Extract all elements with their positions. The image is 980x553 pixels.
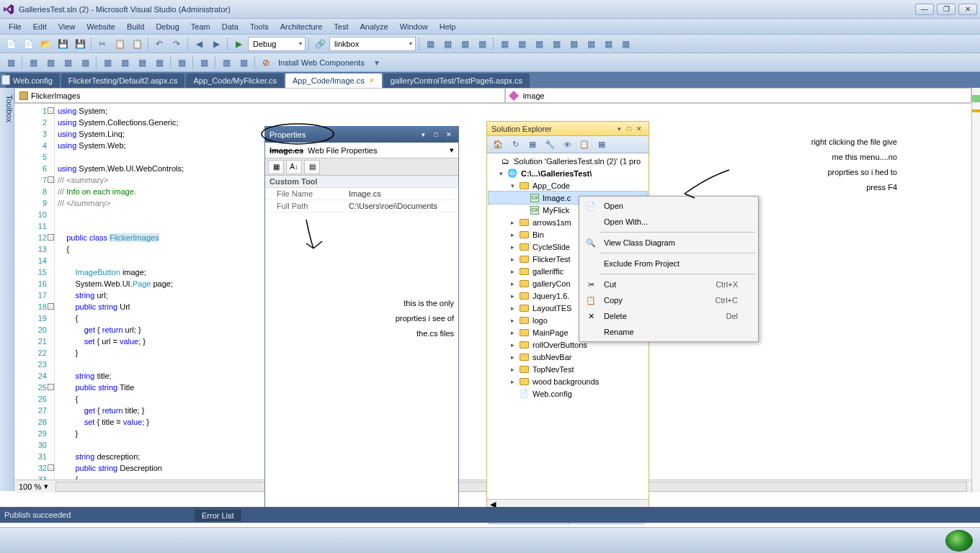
context-menu-item[interactable]: ✕DeleteDel <box>581 308 757 324</box>
solution-configurations-dropdown[interactable]: Debug <box>248 37 306 51</box>
window-button3[interactable]: ▦ <box>531 36 547 52</box>
menu-architecture[interactable]: Architecture <box>275 21 329 32</box>
menu-analyze[interactable]: Analyze <box>355 21 394 32</box>
document-tab[interactable]: App_Code/MyFlicker.cs <box>186 73 284 88</box>
comment-button[interactable]: ▦ <box>422 36 438 52</box>
alphabetical-button[interactable]: A↓ <box>286 160 302 174</box>
properties-object-selector[interactable]: Image.cs Web File Properties ▾ <box>265 143 458 158</box>
properties-title-bar[interactable]: Properties ▾ □ ✕ <box>265 127 458 143</box>
menu-website[interactable]: Website <box>81 21 121 32</box>
menu-view[interactable]: View <box>53 21 81 32</box>
se-close-icon[interactable]: ✕ <box>634 124 644 134</box>
start-debug-button[interactable]: ▶ <box>231 36 246 52</box>
save-all-button[interactable]: 💾 <box>72 36 88 52</box>
expand-icon[interactable]: ▸ <box>509 219 517 226</box>
property-pages-button[interactable]: ▤ <box>304 160 320 174</box>
document-tab[interactable]: FlickerTesting/Default2.aspx.cs <box>61 73 185 88</box>
minimize-button[interactable]: — <box>915 4 934 15</box>
fold-toggle[interactable]: - <box>48 234 54 240</box>
expand-icon[interactable]: ▸ <box>509 366 517 373</box>
menu-data[interactable]: Data <box>216 21 244 32</box>
tool2-j[interactable]: ▦ <box>174 55 190 71</box>
expand-icon[interactable]: ▸ <box>509 280 517 287</box>
new-project-button[interactable]: 📄 <box>3 36 19 52</box>
undo-button[interactable]: ↶ <box>151 36 167 52</box>
window-button2[interactable]: ▦ <box>514 36 530 52</box>
expand-icon[interactable]: ▸ <box>509 305 517 312</box>
tool2-i[interactable]: ▦ <box>151 55 167 71</box>
se-nest-button[interactable]: ▦ <box>594 138 610 152</box>
tree-node[interactable]: ▸subNevBar <box>489 351 647 363</box>
uncomment-button[interactable]: ▦ <box>440 36 455 52</box>
categorized-button[interactable]: ▦ <box>268 160 284 174</box>
tool2-e[interactable]: ▦ <box>77 55 93 71</box>
fold-toggle[interactable]: - <box>48 464 54 471</box>
solution-root-node[interactable]: 🗂 Solution 'GalleriesTest.sln (2)' (1 pr… <box>489 155 647 167</box>
zoom-level[interactable]: 100 % <box>19 482 41 491</box>
expand-icon[interactable]: ▸ <box>509 378 517 385</box>
menu-debug[interactable]: Debug <box>150 21 184 32</box>
fold-toggle[interactable]: - <box>48 384 54 390</box>
tool2-a[interactable]: ▦ <box>3 55 19 71</box>
document-tab[interactable]: galleryControlTest/TestPage6.aspx.cs <box>383 73 530 88</box>
tab-pin-icon[interactable] <box>1 75 10 85</box>
maximize-button[interactable]: ❐ <box>937 4 956 15</box>
copy-button[interactable]: 📋 <box>112 36 128 52</box>
tree-node[interactable]: ▸TopNevTest <box>489 363 647 375</box>
menu-build[interactable]: Build <box>121 21 150 32</box>
tool2-d[interactable]: ▦ <box>60 55 76 71</box>
expand-icon[interactable]: ▸ <box>509 292 517 300</box>
add-item-button[interactable]: 📄 <box>20 36 36 52</box>
panel-close-icon[interactable]: ✕ <box>444 130 454 140</box>
tool2-l[interactable]: ▦ <box>218 55 234 71</box>
se-copy-button[interactable]: 📋 <box>576 138 592 152</box>
start-orb-icon[interactable] <box>945 530 973 552</box>
menu-test[interactable]: Test <box>328 21 354 32</box>
tree-node[interactable]: ▾App_Code <box>489 179 647 192</box>
context-menu-item[interactable]: ✂CutCtrl+X <box>581 276 757 292</box>
expand-icon[interactable]: ▸ <box>509 341 517 349</box>
se-refresh-button[interactable]: ↻ <box>507 138 523 152</box>
find-button[interactable]: 🔗 <box>312 36 328 52</box>
nav-back-button[interactable]: ◀ <box>191 36 207 52</box>
expand-icon[interactable]: ▸ <box>509 231 517 238</box>
tree-node[interactable]: ▸wood backgrounds <box>489 375 647 387</box>
stop-icon[interactable]: ⊘ <box>258 55 274 71</box>
se-pin-icon[interactable]: □ <box>624 124 634 134</box>
menu-window[interactable]: Window <box>394 21 434 32</box>
type-navigator-dropdown[interactable]: FlickerImages <box>14 88 505 103</box>
menu-file[interactable]: File <box>3 21 27 32</box>
install-web-components-button[interactable]: Install Web Components <box>275 58 368 67</box>
expand-icon[interactable]: ▸ <box>509 256 517 263</box>
window-button5[interactable]: ▦ <box>566 36 582 52</box>
toolbox-tab[interactable]: Toolbox <box>0 88 14 491</box>
property-row[interactable]: File NameImage.cs <box>265 188 458 200</box>
expand-icon[interactable]: ▸ <box>509 268 517 275</box>
se-properties-button[interactable]: 🔧 <box>542 138 558 152</box>
find-target-dropdown[interactable]: linkbox <box>329 37 416 51</box>
nav-forward-button[interactable]: ▶ <box>208 36 224 52</box>
menu-edit[interactable]: Edit <box>27 21 53 32</box>
panel-pin-icon[interactable]: □ <box>431 130 441 140</box>
open-button[interactable]: 📂 <box>37 36 53 52</box>
tool2-k[interactable]: ▦ <box>196 55 212 71</box>
window-button8[interactable]: ▦ <box>618 36 633 52</box>
tool2-c[interactable]: ▦ <box>43 55 58 71</box>
menu-team[interactable]: Team <box>185 21 216 32</box>
close-tab-icon[interactable]: ✕ <box>369 77 375 84</box>
menu-tools[interactable]: Tools <box>244 21 275 32</box>
context-menu-item[interactable]: Rename <box>581 324 757 340</box>
close-button[interactable]: ✕ <box>958 4 977 15</box>
context-menu-item[interactable]: 📋CopyCtrl+C <box>581 292 757 308</box>
document-tab[interactable]: App_Code/Image.cs✕ <box>285 73 382 88</box>
property-grid[interactable]: Custom Tool File NameImage.csFull PathC:… <box>265 176 458 514</box>
bookmark-button[interactable]: ▦ <box>474 36 490 52</box>
se-dropdown-icon[interactable]: ▾ <box>614 124 624 134</box>
tree-node[interactable]: 📄Web.config <box>489 387 647 400</box>
solution-explorer-title-bar[interactable]: Solution Explorer ▾ □ ✕ <box>487 122 649 136</box>
expand-icon[interactable]: ▾ <box>509 182 517 189</box>
tool2-b[interactable]: ▦ <box>25 55 41 71</box>
window-button4[interactable]: ▦ <box>548 36 564 52</box>
tool2-f[interactable]: ▦ <box>99 55 115 71</box>
expand-icon[interactable]: ▸ <box>509 243 517 251</box>
